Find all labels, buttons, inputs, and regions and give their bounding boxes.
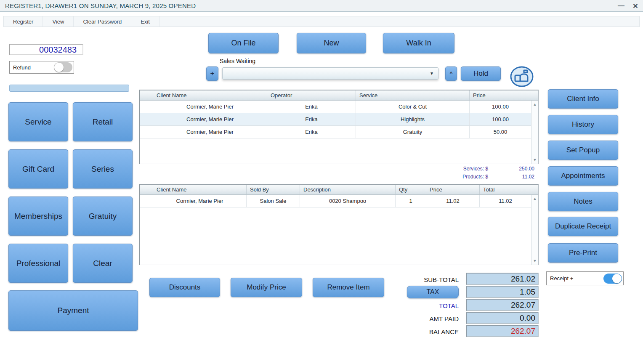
cell-price: 50.00: [470, 126, 531, 138]
recall-sale-button[interactable]: ^: [445, 66, 457, 81]
title-bar: REGISTER1, DRAWER1 ON SUNDAY, MARCH 9, 2…: [0, 0, 643, 12]
cell-client: Cormier, Marie Pier: [153, 195, 247, 207]
amt-paid-label: AMT PAID: [375, 315, 459, 322]
cell-client: Cormier, Marie Pier: [153, 126, 267, 138]
walk-in-button[interactable]: Walk In: [383, 33, 454, 53]
sales-waiting-label: Sales Waiting: [220, 58, 255, 64]
services-total-label: Services: $: [421, 166, 488, 172]
products-header-spacer: [140, 185, 153, 194]
cash-drawer-icon[interactable]: [510, 66, 534, 89]
set-popup-button[interactable]: Set Popup: [548, 141, 618, 160]
modify-price-button[interactable]: Modify Price: [231, 278, 302, 297]
balance-label: BALANCE: [375, 328, 459, 335]
scroll-down-icon[interactable]: ▼: [531, 259, 538, 263]
pre-print-button[interactable]: Pre-Print: [548, 243, 618, 263]
receipt-plus-toggle[interactable]: [603, 274, 622, 284]
client-info-button[interactable]: Client Info: [548, 89, 618, 109]
status-bar: [9, 85, 129, 92]
tax-button[interactable]: TAX: [407, 286, 459, 298]
cell-client: Cormier, Marie Pier: [153, 113, 267, 125]
receipt-plus-label: Receipt +: [547, 275, 603, 282]
products-header-total[interactable]: Total: [480, 185, 531, 194]
products-header-price[interactable]: Price: [426, 185, 480, 194]
chevron-down-icon: ▼: [430, 71, 438, 76]
tax-value: 1.05: [466, 286, 539, 298]
discounts-button[interactable]: Discounts: [149, 278, 220, 297]
refund-toggle[interactable]: [54, 62, 72, 72]
cell-service: Gratuity: [356, 126, 470, 138]
services-table: Client Name Operator Service Price Cormi…: [139, 90, 539, 164]
products-scrollbar[interactable]: ▲ ▼: [531, 195, 538, 265]
window-title: REGISTER1, DRAWER1 ON SUNDAY, MARCH 9, 2…: [0, 2, 196, 9]
subtotal-value: 261.02: [466, 273, 539, 285]
gratuity-button[interactable]: Gratuity: [73, 197, 133, 236]
transaction-number-display: 00032483: [9, 44, 83, 55]
cell-description: 0020 Shampoo: [300, 195, 396, 207]
table-row[interactable]: Cormier, Marie Pier Erika Color & Cut 10…: [140, 101, 531, 113]
amt-paid-value: 0.00: [466, 312, 539, 324]
minimize-icon[interactable]: —: [617, 2, 625, 10]
menu-exit[interactable]: Exit: [131, 16, 159, 27]
menu-bar: Register View Clear Password Exit: [3, 16, 640, 27]
table-row[interactable]: Cormier, Marie Pier Salon Sale 0020 Sham…: [140, 195, 531, 207]
on-file-button[interactable]: On File: [208, 33, 279, 53]
products-total-value: 11.02: [488, 174, 534, 180]
refund-label: Refund: [10, 64, 54, 71]
scroll-down-icon[interactable]: ▼: [531, 158, 538, 162]
gift-card-button[interactable]: Gift Card: [8, 149, 68, 189]
products-table-header: Client Name Sold By Description Qty Pric…: [140, 185, 538, 195]
appointments-button[interactable]: Appointments: [548, 166, 618, 186]
scroll-up-icon[interactable]: ▲: [531, 197, 538, 201]
payment-button[interactable]: Payment: [8, 290, 138, 331]
products-header-sold-by[interactable]: Sold By: [247, 185, 300, 194]
category-subtotals: Services: $ 250.00 Products: $ 11.02: [421, 165, 534, 181]
refund-toggle-box: Refund: [9, 61, 74, 74]
table-row[interactable]: Cormier, Marie Pier Erika Gratuity 50.00: [140, 126, 531, 138]
cell-price: 100.00: [470, 101, 531, 113]
new-button[interactable]: New: [297, 33, 366, 53]
receipt-toggle-box: Receipt +: [546, 271, 624, 285]
cell-operator: Erika: [267, 113, 356, 125]
service-button[interactable]: Service: [8, 102, 68, 141]
hold-button[interactable]: Hold: [461, 66, 501, 81]
subtotal-label: SUB-TOTAL: [375, 276, 459, 283]
cell-price: 100.00: [470, 113, 531, 125]
cell-operator: Erika: [267, 101, 356, 113]
notes-button[interactable]: Notes: [548, 192, 618, 211]
cell-operator: Erika: [267, 126, 356, 138]
services-header-price[interactable]: Price: [470, 90, 531, 100]
products-table: Client Name Sold By Description Qty Pric…: [139, 184, 539, 265]
remove-item-button[interactable]: Remove Item: [313, 278, 384, 297]
sales-waiting-dropdown[interactable]: ▼: [222, 67, 438, 80]
products-header-description[interactable]: Description: [300, 185, 396, 194]
services-header-client-name[interactable]: Client Name: [153, 90, 267, 100]
duplicate-receipt-button[interactable]: Duplicate Receipt: [548, 217, 618, 236]
scroll-up-icon[interactable]: ▲: [531, 102, 538, 106]
series-button[interactable]: Series: [73, 149, 133, 189]
cell-sold-by: Salon Sale: [247, 195, 300, 207]
memberships-button[interactable]: Memberships: [8, 197, 68, 236]
menu-clear-password[interactable]: Clear Password: [74, 16, 131, 27]
receipt-toggle-knob: [612, 274, 622, 283]
services-header-service[interactable]: Service: [356, 90, 470, 100]
add-sale-button[interactable]: +: [206, 66, 218, 81]
clear-button[interactable]: Clear: [73, 244, 133, 283]
retail-button[interactable]: Retail: [73, 102, 133, 141]
cell-price: 11.02: [426, 195, 480, 207]
services-scrollbar[interactable]: ▲ ▼: [531, 101, 538, 164]
close-icon[interactable]: ✕: [631, 2, 640, 10]
cell-service: Highlights: [356, 113, 470, 125]
professional-button[interactable]: Professional: [8, 244, 68, 283]
services-header-operator[interactable]: Operator: [267, 90, 356, 100]
table-row[interactable]: Cormier, Marie Pier Erika Highlights 100…: [140, 113, 531, 126]
products-header-client-name[interactable]: Client Name: [153, 185, 247, 194]
menu-register[interactable]: Register: [4, 16, 43, 27]
history-button[interactable]: History: [548, 115, 618, 134]
products-total-label: Products: $: [421, 174, 488, 180]
products-header-qty[interactable]: Qty: [396, 185, 426, 194]
refund-toggle-knob: [54, 63, 64, 72]
cell-client: Cormier, Marie Pier: [153, 101, 267, 113]
services-table-body: Cormier, Marie Pier Erika Color & Cut 10…: [140, 101, 538, 164]
cell-qty: 1: [396, 195, 426, 207]
menu-view[interactable]: View: [43, 16, 74, 27]
